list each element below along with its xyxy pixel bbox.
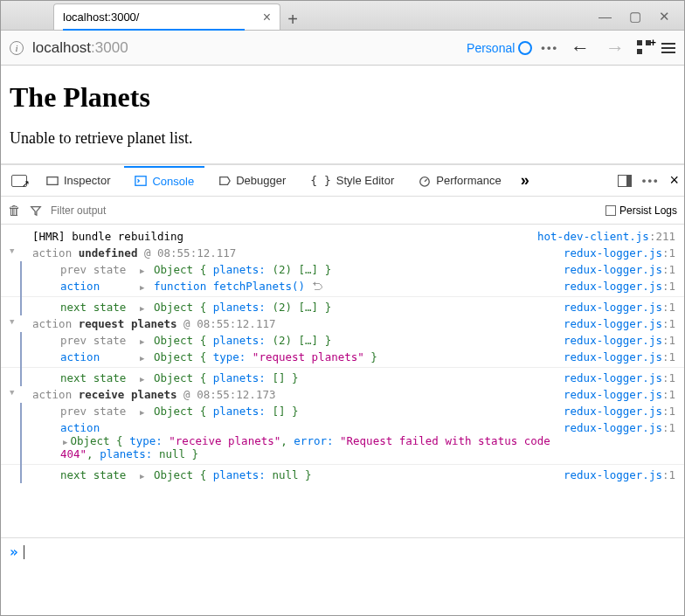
close-window-icon[interactable]: ✕ [659,9,670,24]
persist-logs-toggle[interactable]: Persist Logs [605,204,677,217]
log-source[interactable]: hot-dev-client.js:211 [530,230,675,243]
log-source[interactable]: redux-logger.js:1 [557,301,675,314]
log-divider [1,296,684,297]
container-icon [518,41,532,55]
browser-titlebar: localhost:3000/ × + — ▢ ✕ [1,1,684,31]
devtools-menu-icon[interactable]: ••• [642,174,660,187]
log-source[interactable]: redux-logger.js:1 [557,468,675,481]
tabs-overflow-icon[interactable]: » [515,171,535,190]
site-info-icon[interactable]: i [10,41,24,55]
container-name: Personal [467,41,515,55]
expand-icon[interactable]: ▼ [10,246,20,255]
tab-console-label: Console [152,175,194,188]
tab-style-editor[interactable]: { } Style Editor [300,167,405,194]
dock-side-icon[interactable] [618,175,632,187]
url-bar: i localhost:3000 Personal ••• ← → + [1,31,684,66]
expand-icon[interactable]: ▶ [140,283,144,292]
log-source[interactable]: redux-logger.js:1 [557,405,675,418]
tab-title: localhost:3000/ [63,10,254,24]
tab-debugger[interactable]: Debugger [208,167,296,194]
maximize-icon[interactable]: ▢ [629,9,641,24]
main-menu-icon[interactable] [661,43,675,53]
log-row: action▶ function fetchPlanets() ⮌redux-l… [1,278,684,294]
log-divider [1,367,684,368]
log-source[interactable]: redux-logger.js:1 [557,421,675,434]
expand-icon[interactable]: ▶ [140,304,144,313]
console-toolbar: 🗑 Persist Logs [1,197,684,225]
expand-icon[interactable]: ▶ [140,266,144,275]
log-row: next state▶ Object { planets: null }redu… [1,467,684,483]
svg-rect-1 [135,176,146,186]
log-row: action▶ Object { type: "request planets"… [1,349,684,365]
log-row: [HMR] bundle rebuildinghot-dev-client.js… [1,228,684,245]
page-content: The Planets Unable to retrieve planet li… [1,66,684,163]
clear-console-icon[interactable]: 🗑 [8,203,21,218]
filter-output-input[interactable] [51,204,597,217]
log-row: prev state▶ Object { planets: [] }redux-… [1,403,684,419]
tab-performance[interactable]: Performance [408,167,511,194]
expand-icon[interactable]: ▼ [10,317,20,326]
log-divider [1,464,684,465]
url-host: localhost [32,39,91,56]
performance-icon [419,175,431,187]
browser-tab-active[interactable]: localhost:3000/ × [53,3,280,30]
log-row: prev state▶ Object { planets: (2) […] }r… [1,261,684,278]
console-icon [135,175,147,187]
log-row: action▶Object { type: "receive planets",… [1,419,684,462]
inspector-icon [46,175,59,187]
close-tab-icon[interactable]: × [263,10,271,25]
apps-grid-icon[interactable]: + [637,40,653,56]
console-input-row: » [1,537,684,565]
log-source[interactable]: redux-logger.js:1 [557,280,675,293]
log-group-body: prev state▶ Object { planets: (2) […] }r… [1,332,684,386]
log-row: next state▶ Object { planets: (2) […] }r… [1,299,684,315]
debugger-icon [218,175,231,187]
url-display[interactable]: localhost:3000 [32,39,458,57]
log-group-header[interactable]: ▼action undefined @ 08:55:12.117redux-lo… [1,245,684,261]
devtools-close-icon[interactable]: × [669,171,679,190]
log-row: next state▶ Object { planets: [] }redux-… [1,370,684,386]
log-source[interactable]: redux-logger.js:1 [557,334,675,347]
log-group-header[interactable]: ▼action receive planets @ 08:55:12.173re… [1,386,684,403]
forward-button[interactable]: → [602,37,628,59]
console-prompt-icon: » [10,543,18,560]
expand-icon[interactable]: ▶ [140,408,144,417]
minimize-icon[interactable]: — [599,9,612,24]
container-label[interactable]: Personal [467,41,532,55]
tab-inspector[interactable]: Inspector [36,167,121,194]
tab-active-indicator [63,29,245,31]
tab-performance-label: Performance [436,174,501,187]
page-error-message: Unable to retrieve planet list. [10,129,675,148]
console-output[interactable]: [HMR] bundle rebuildinghot-dev-client.js… [1,225,684,537]
persist-logs-checkbox[interactable] [605,205,616,216]
log-row: prev state▶ Object { planets: (2) […] }r… [1,332,684,349]
log-group-header[interactable]: ▼action request planets @ 08:55:12.117re… [1,315,684,332]
expand-icon[interactable]: ▶ [140,472,144,481]
expand-icon[interactable]: ▶ [140,375,144,384]
log-source[interactable]: redux-logger.js:1 [557,371,675,384]
log-source[interactable]: redux-logger.js:1 [557,388,675,401]
log-source[interactable]: redux-logger.js:1 [557,263,675,276]
devtools-panel: Inspector Console Debugger { } Style Edi… [1,163,684,565]
devtools-tabstrip: Inspector Console Debugger { } Style Edi… [1,165,684,197]
url-port: :3000 [91,39,128,56]
expand-icon[interactable]: ▼ [10,388,20,397]
tab-console[interactable]: Console [124,166,204,195]
filter-icon[interactable] [30,204,42,217]
expand-icon[interactable]: ▶ [63,438,67,446]
log-source[interactable]: redux-logger.js:1 [557,246,675,260]
back-button[interactable]: ← [567,37,593,59]
expand-icon[interactable]: ▶ [140,337,144,346]
element-picker-icon[interactable] [11,175,27,187]
svg-rect-0 [47,176,58,184]
window-controls: — ▢ ✕ [599,9,684,30]
log-source[interactable]: redux-logger.js:1 [557,350,675,363]
tab-debugger-label: Debugger [236,174,286,187]
new-tab-button[interactable]: + [280,10,305,30]
log-source[interactable]: redux-logger.js:1 [557,317,675,330]
style-editor-icon: { } [310,174,330,187]
console-input-cursor[interactable] [24,545,24,559]
page-actions-icon[interactable]: ••• [541,41,558,54]
expand-icon[interactable]: ▶ [140,354,144,363]
log-group-body: prev state▶ Object { planets: [] }redux-… [1,403,684,483]
